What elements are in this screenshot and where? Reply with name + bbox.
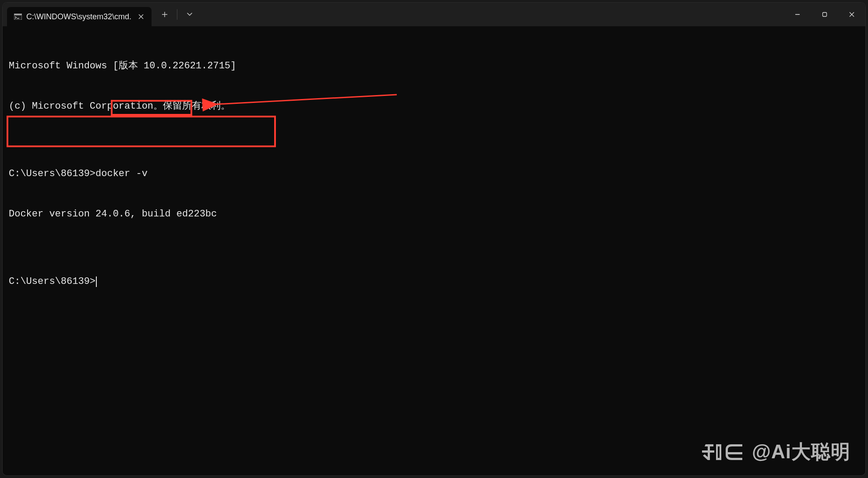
minimize-icon [794, 11, 801, 18]
close-window-button[interactable] [838, 3, 865, 26]
prompt-prefix: C:\Users\86139> [9, 276, 95, 287]
tabs-area: C:\WINDOWS\system32\cmd. [3, 3, 152, 26]
zhihu-logo-icon [700, 442, 744, 463]
terminal-output-line: Docker version 24.0.6, build ed223bc [9, 208, 859, 221]
terminal-body[interactable]: Microsoft Windows [版本 10.0.22621.2715] (… [3, 26, 865, 475]
prompt-prefix: C:\Users\86139> [9, 168, 95, 179]
watermark: @Ai大聪明 [700, 439, 850, 465]
tab-title: C:\WINDOWS\system32\cmd. [26, 12, 131, 21]
chevron-down-icon [187, 12, 193, 17]
window-controls [784, 3, 865, 26]
terminal-window: C:\WINDOWS\system32\cmd. [3, 3, 865, 475]
cursor [96, 276, 97, 287]
svg-rect-1 [14, 14, 22, 15]
maximize-button[interactable] [811, 3, 838, 26]
titlebar-drag-region[interactable] [200, 3, 784, 26]
terminal-line: Microsoft Windows [版本 10.0.22621.2715] [9, 60, 859, 73]
terminal-prompt-line: C:\Users\86139>docker -v [9, 167, 859, 181]
entered-command: docker -v [95, 168, 148, 179]
svg-rect-8 [823, 13, 827, 17]
tab-cmd[interactable]: C:\WINDOWS\system32\cmd. [7, 7, 152, 26]
cmd-icon [14, 14, 22, 20]
new-tab-button[interactable] [154, 5, 175, 24]
plus-icon [162, 11, 168, 18]
tab-actions [152, 3, 200, 26]
watermark-text: @Ai大聪明 [752, 439, 850, 465]
terminal-line: (c) Microsoft Corporation。保留所有权利。 [9, 100, 859, 113]
tab-close-button[interactable] [136, 11, 146, 22]
minimize-button[interactable] [784, 3, 811, 26]
divider [177, 9, 177, 20]
annotation-highlight-output [7, 116, 276, 147]
maximize-icon [822, 11, 828, 18]
terminal-prompt-line: C:\Users\86139> [9, 275, 859, 289]
tab-dropdown-button[interactable] [179, 5, 200, 24]
titlebar: C:\WINDOWS\system32\cmd. [3, 3, 865, 26]
close-icon [138, 14, 144, 19]
close-icon [849, 11, 855, 18]
